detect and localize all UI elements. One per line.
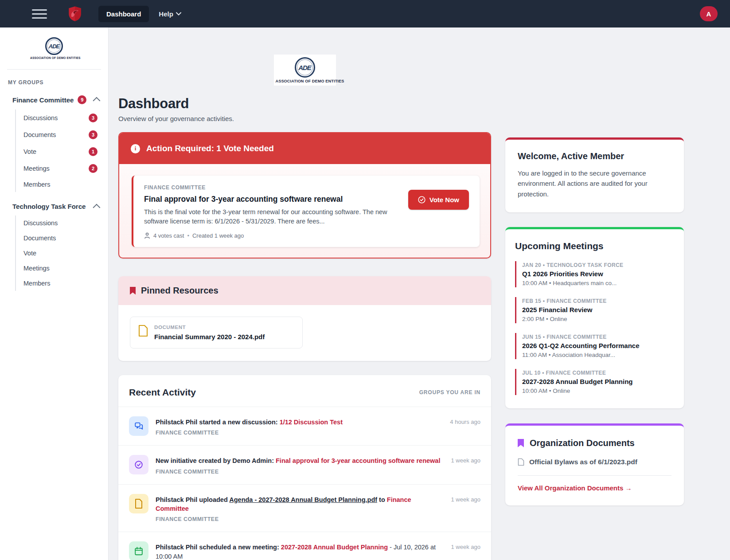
meeting-item[interactable]: JUL 10 • FINANCE COMMITTEE 2027-2028 Ann… [515,369,671,395]
group-name: Technology Task Force [12,203,86,210]
count-badge: 9 [78,95,86,104]
created-time: Created 1 week ago [192,232,244,239]
recent-activity-section: Recent Activity GROUPS YOU ARE IN Philst… [118,375,491,560]
meeting-item[interactable]: JAN 20 • TECHNOLOGY TASK FORCE Q1 2026 P… [515,261,671,287]
groups-you-are-in-label: GROUPS YOU ARE IN [419,389,480,396]
organization-document-item[interactable]: Official Bylaws as of 6/1/2023.pdf [518,458,671,466]
sidebar-item-vote[interactable]: Vote [16,246,101,261]
uploaded-file-link[interactable]: Agenda - 2027-2028 Annual Budget Plannin… [229,496,377,503]
sidebar-divider [7,69,101,70]
sidebar-item-members[interactable]: Members [16,177,101,192]
meta-separator: • [187,232,189,239]
pinned-resources-section: Pinned Resources DOCUMENT Financial Summ… [118,276,491,361]
chevron-up-icon [93,97,100,105]
group-name: Finance Committee [12,96,74,104]
activity-timestamp: 1 week ago [451,455,481,464]
sidebar-org-logo: ADE ASSOCIATION OF DEMO ENTITIES [29,35,79,61]
activity-text: Philstack Phil uploaded Agenda - 2027-20… [156,495,444,513]
pinned-resources-header: Pinned Resources [118,276,491,305]
document-icon [138,325,148,337]
activity-timestamp: 1 week ago [451,541,481,550]
sidebar-item-meetings[interactable]: Meetings 2 [16,160,101,177]
sidebar-group-finance-committee: Finance Committee 9 Discussions 3 Docume… [7,93,101,192]
calendar-icon [129,541,148,560]
meeting-name: 2027-2028 Annual Budget Planning [522,378,671,385]
page-subtitle: Overview of your governance activities. [118,115,491,122]
bookmark-icon [518,439,524,447]
activity-row-initiative[interactable]: New initiative created by Demo Admin: Fi… [118,446,491,484]
alert-header: i Action Required: 1 Vote Needed [119,133,490,164]
ade-logo-icon: ADE [295,57,315,78]
action-required-alert: i Action Required: 1 Vote Needed FINANCE… [118,132,491,258]
meeting-meta: JUN 15 • FINANCE COMMITTEE [522,334,671,340]
nav-help-label: Help [159,10,173,18]
page-title: Dashboard [118,96,491,112]
activity-timestamp: 4 hours ago [450,416,480,425]
sidebar: ADE ASSOCIATION OF DEMO ENTITIES MY GROU… [0,27,109,560]
recent-activity-title: Recent Activity [129,387,196,398]
meeting-meta: FEB 15 • FINANCE COMMITTEE [522,298,671,304]
activity-link[interactable]: 1/12 Discussion Test [280,419,343,426]
sidebar-group-header-finance[interactable]: Finance Committee 9 [7,93,101,107]
vote-group-label: FINANCE COMMITTEE [144,184,400,191]
count-badge: 2 [89,164,98,173]
org-logo-caption: ASSOCIATION OF DEMO ENTITIES [276,79,334,83]
activity-text: Philstack Phil scheduled a new meeting: … [156,543,444,560]
nav-dashboard-button[interactable]: Dashboard [98,6,149,22]
meeting-meta: JUL 10 • FINANCE COMMITTEE [522,370,671,376]
activity-link[interactable]: Final approval for 3-year accounting sof… [276,457,440,464]
view-all-documents-link[interactable]: View All Organization Documents → [518,484,632,492]
pinned-document-card[interactable]: DOCUMENT Financial Summary 2020 - 2024.p… [130,317,303,349]
activity-timestamp: 1 week ago [451,494,481,503]
initiative-check-icon [129,455,148,474]
sidebar-item-documents[interactable]: Documents [16,231,101,246]
nav-help-menu[interactable]: Help [159,10,181,18]
activity-group-label: FINANCE COMMITTEE [156,516,444,522]
activity-text: Philstack Phil started a new discussion:… [156,418,443,427]
sidebar-item-documents[interactable]: Documents 3 [16,126,101,143]
count-badge: 1 [89,147,98,156]
vote-description: This is the final vote for the 3-year te… [144,208,397,226]
sidebar-item-discussions[interactable]: Discussions 3 [16,110,101,126]
shield-logo-icon [68,6,82,22]
activity-link[interactable]: 2027-2028 Annual Budget Planning [281,544,388,551]
sidebar-item-meetings[interactable]: Meetings [16,261,101,276]
meeting-time-location: 10:00 AM • Online [522,388,671,394]
welcome-body: You are logged in to the secure governan… [518,168,671,199]
count-badge: 3 [89,114,98,122]
document-icon [518,458,524,466]
organization-documents-card: Organization Documents Official Bylaws a… [505,423,684,505]
chevron-up-icon [93,204,100,211]
hamburger-menu-icon[interactable] [32,9,47,19]
sidebar-group-header-technology[interactable]: Technology Task Force [7,200,101,213]
vote-card: FINANCE COMMITTEE Final approval for 3-y… [132,176,480,247]
meeting-item[interactable]: FEB 15 • FINANCE COMMITTEE 2025 Financia… [515,297,671,323]
votes-cast: 4 votes cast [153,232,184,239]
ade-logo-icon: ADE [45,37,63,55]
document-name: Financial Summary 2020 - 2024.pdf [154,333,265,341]
activity-text: New initiative created by Demo Admin: Fi… [156,456,444,465]
user-avatar[interactable]: A [700,6,718,21]
vote-now-button[interactable]: Vote Now [408,190,469,210]
activity-row-upload[interactable]: Philstack Phil uploaded Agenda - 2027-20… [118,485,491,533]
vote-title: Final approval for 3-year accounting sof… [144,195,400,204]
top-navbar: Dashboard Help A [0,0,730,27]
sidebar-item-discussions[interactable]: Discussions [16,215,101,231]
organization-document-name: Official Bylaws as of 6/1/2023.pdf [529,458,637,466]
organization-documents-title: Organization Documents [530,438,635,448]
sidebar-item-members[interactable]: Members [16,276,101,291]
meeting-meta: JAN 20 • TECHNOLOGY TASK FORCE [522,262,671,268]
my-groups-label: MY GROUPS [8,79,101,86]
pinned-resources-title: Pinned Resources [141,286,219,296]
meeting-item[interactable]: JUN 15 • FINANCE COMMITTEE 2026 Q1-Q2 Ac… [515,333,671,359]
welcome-title: Welcome, Active Member [518,151,671,161]
chevron-down-icon [176,12,181,16]
activity-row-discussion[interactable]: Philstack Phil started a new discussion:… [118,407,491,446]
meeting-time-location: 11:00 AM • Association Headquar... [522,352,671,358]
activity-group-label: FINANCE COMMITTEE [156,469,444,475]
meeting-time-location: 10:00 AM • Headquarters main co... [522,280,671,286]
activity-row-meeting[interactable]: Philstack Phil scheduled a new meeting: … [118,532,491,560]
meeting-name: 2025 Financial Review [522,306,671,313]
meeting-name: Q1 2026 Priorities Review [522,270,671,278]
sidebar-item-vote[interactable]: Vote 1 [16,143,101,160]
